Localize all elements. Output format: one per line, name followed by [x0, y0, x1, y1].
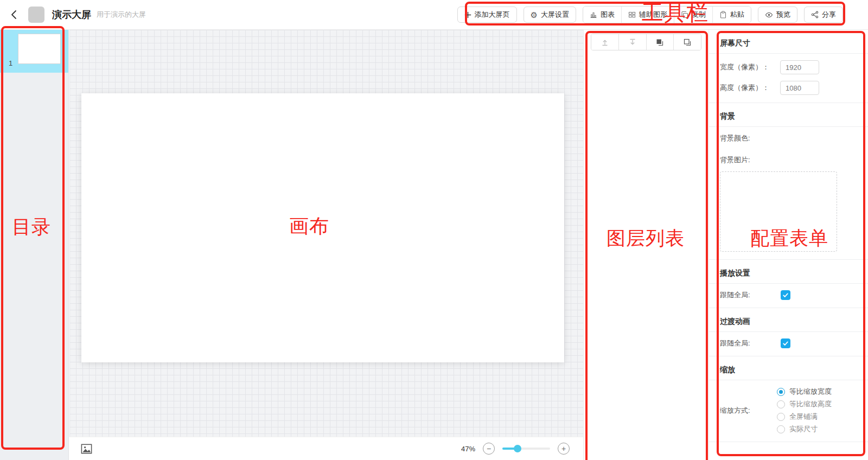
- width-input[interactable]: [780, 60, 819, 74]
- gear-icon: ⚙: [531, 11, 538, 19]
- radio-selected-icon: [777, 388, 785, 396]
- section-title-background: 背景: [709, 103, 868, 127]
- radio-option-actual-size[interactable]: 实际尺寸: [777, 424, 832, 434]
- check-icon: [782, 292, 789, 298]
- plus-icon: [464, 11, 471, 18]
- insert-clipboard-group: 图表 辅助图形 复制: [583, 6, 751, 23]
- background-image-upload-area[interactable]: [720, 171, 837, 252]
- minimap-toggle-button[interactable]: [80, 443, 93, 455]
- section-title-scale: 缩放: [709, 356, 868, 380]
- section-scale: 缩放 缩放方式: 等比缩放宽度 等比缩放高度: [709, 356, 868, 442]
- bring-forward-icon: [655, 38, 664, 47]
- radio-icon: [777, 425, 785, 433]
- clipboard-icon: [719, 11, 727, 18]
- header-bar: 演示大屏 用于演示的大屏 添加大屏页 ⚙ 大屏设置 图表: [0, 0, 868, 30]
- section-screen-size: 屏幕尺寸 宽度（像素）： 高度（像素）：: [709, 30, 868, 103]
- zoom-out-button[interactable]: −: [483, 443, 495, 455]
- zoom-in-button[interactable]: +: [558, 443, 570, 455]
- insert-chart-button[interactable]: 图表: [583, 7, 621, 23]
- move-to-bottom-icon: [628, 38, 637, 47]
- section-play-settings: 播放设置 跟随全局:: [709, 260, 868, 308]
- width-label: 宽度（像素）：: [720, 62, 777, 72]
- canvas-stage[interactable]: [81, 93, 564, 362]
- radio-icon: [777, 400, 785, 408]
- play-follow-global-checkbox[interactable]: [781, 290, 790, 300]
- minus-icon: −: [487, 445, 491, 452]
- background-image-label: 背景图片:: [720, 155, 777, 165]
- bring-forward-button[interactable]: [646, 34, 674, 50]
- section-background: 背景 背景颜色: 背景图片:: [709, 103, 868, 260]
- send-backward-icon: [683, 38, 692, 47]
- page-number: 1: [9, 59, 12, 67]
- move-to-top-button[interactable]: [591, 34, 618, 50]
- background-color-label: 背景颜色:: [720, 133, 777, 143]
- height-label: 高度（像素）：: [720, 83, 777, 93]
- section-title-screen-size: 屏幕尺寸: [709, 30, 868, 54]
- eye-icon: [765, 11, 773, 19]
- section-title-transition: 过渡动画: [709, 308, 868, 332]
- zoom-slider-handle[interactable]: [514, 445, 521, 452]
- canvas-workspace[interactable]: [69, 30, 583, 437]
- radio-option-fit-height[interactable]: 等比缩放高度: [777, 399, 832, 409]
- screen-settings-button[interactable]: ⚙ 大屏设置: [524, 7, 576, 23]
- layer-actions-toolbar: [591, 34, 701, 50]
- scale-mode-label: 缩放方式:: [720, 406, 777, 416]
- back-button[interactable]: [9, 9, 20, 20]
- toolbar: 添加大屏页 ⚙ 大屏设置 图表 辅助图形: [457, 6, 843, 23]
- radio-icon: [777, 413, 785, 421]
- height-input[interactable]: [780, 81, 819, 95]
- page-thumbnail: [18, 34, 61, 64]
- scale-mode-radio-group: 等比缩放宽度 等比缩放高度 全屏铺满 实际尺寸: [777, 387, 832, 434]
- page-subtitle: 用于演示的大屏: [97, 10, 146, 20]
- canvas-statusbar: 47% − +: [69, 437, 583, 460]
- shapes-grid-icon: [628, 11, 636, 18]
- share-icon: [811, 11, 819, 18]
- play-follow-global-label: 跟随全局:: [720, 290, 777, 300]
- transition-follow-global-checkbox[interactable]: [781, 338, 790, 348]
- move-to-top-icon: [601, 38, 609, 47]
- preview-button[interactable]: 预览: [758, 7, 797, 23]
- app-logo: [28, 7, 44, 23]
- section-title-play: 播放设置: [709, 260, 868, 284]
- zoom-controls: 47% − +: [461, 443, 570, 455]
- image-icon: [80, 443, 93, 455]
- config-form-panel: 屏幕尺寸 宽度（像素）： 高度（像素）： 背景 背景颜色: 背景图片:: [709, 30, 868, 460]
- transition-follow-global-label: 跟随全局:: [720, 338, 777, 348]
- check-icon: [782, 340, 789, 347]
- send-backward-button[interactable]: [673, 34, 701, 50]
- page-title: 演示大屏: [52, 8, 91, 21]
- radio-option-fit-width[interactable]: 等比缩放宽度: [777, 387, 832, 397]
- insert-aux-shape-button[interactable]: 辅助图形: [621, 7, 674, 23]
- layer-list-panel: [583, 30, 709, 460]
- page-catalog-sidebar: 1: [0, 30, 69, 460]
- copy-icon: [681, 11, 688, 18]
- plus-icon: +: [561, 445, 566, 452]
- screen-editor-app: 演示大屏 用于演示的大屏 添加大屏页 ⚙ 大屏设置 图表: [0, 0, 868, 460]
- page-list-item-selected[interactable]: 1: [0, 30, 68, 73]
- zoom-percent: 47%: [461, 445, 475, 453]
- zoom-slider[interactable]: [502, 448, 550, 450]
- paste-button[interactable]: 粘贴: [712, 7, 751, 23]
- move-to-bottom-button[interactable]: [618, 34, 646, 50]
- copy-button[interactable]: 复制: [674, 7, 712, 23]
- add-page-button[interactable]: 添加大屏页: [457, 7, 517, 23]
- back-arrow-icon: [9, 9, 20, 20]
- section-transition: 过渡动画 跟随全局:: [709, 308, 868, 356]
- share-button[interactable]: 分享: [804, 7, 843, 23]
- radio-option-fullscreen-fill[interactable]: 全屏铺满: [777, 412, 832, 421]
- bar-chart-icon: [590, 11, 597, 18]
